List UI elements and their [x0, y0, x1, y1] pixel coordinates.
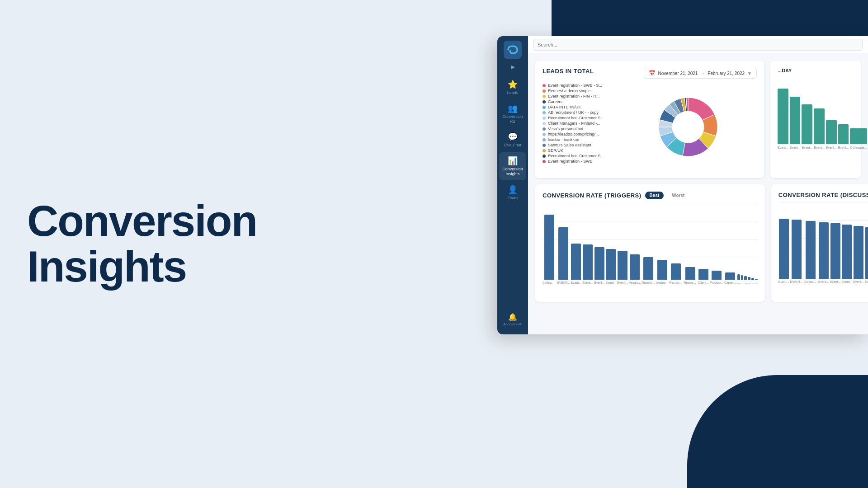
bar-group: Career...	[724, 272, 736, 284]
search-input[interactable]	[533, 39, 863, 51]
bar-label: ...	[751, 281, 754, 284]
bar-label: ...	[755, 281, 758, 284]
legend-label: Event registration - SWE - S...	[548, 83, 602, 88]
bar	[657, 260, 667, 280]
bar-label: Client...	[698, 281, 709, 284]
bar-mini-label: Event...	[778, 146, 788, 149]
legend-item: AE recruitment / UK - - copy	[542, 110, 615, 115]
sidebar-item-live-chat[interactable]: 💬 Live Chat	[499, 128, 526, 151]
legend-item: Recruitment bot -Customer S...	[542, 154, 615, 158]
bar-label: ...	[741, 281, 744, 284]
grid-line	[542, 203, 758, 203]
bar-group: ...	[751, 278, 754, 284]
legend-dot	[542, 117, 546, 120]
top-bar	[528, 36, 868, 53]
leads-body: Event registration - SWE - S... Request …	[542, 83, 757, 171]
legend-dot	[542, 106, 546, 109]
leads-per-day-card: ...DAY Event... Event... Event... Event.…	[770, 61, 861, 178]
bar-group: ...	[744, 276, 747, 284]
bar-label: Event...	[865, 280, 868, 283]
legend-label: Recruitment bot -Customer S...	[548, 154, 604, 158]
legend-label: Client Managers - Finland -...	[548, 121, 600, 126]
bar-group: Event...	[830, 223, 841, 283]
hero-title: Conversion Insights	[27, 198, 257, 290]
bar	[712, 271, 722, 280]
legend-dot	[542, 95, 546, 98]
bar	[606, 249, 616, 280]
bar-mini	[802, 104, 812, 144]
legend-label: Recruitment bot -Customer S...	[548, 116, 604, 120]
legend-dot	[542, 149, 546, 152]
bar	[558, 227, 568, 280]
bar	[806, 221, 816, 279]
bar-mini-label: Event...	[838, 146, 849, 149]
donut-chart	[654, 93, 722, 161]
bar	[594, 247, 604, 280]
bar-label: Event...	[841, 280, 852, 283]
bar-group-mini: Event...	[838, 124, 849, 149]
bar	[741, 275, 744, 280]
bar-group: Recruitm...	[669, 263, 683, 284]
conversion-discuss-card: CONVERSION RATE (DISCUSS... Event... EVE…	[771, 184, 868, 302]
bar	[854, 226, 863, 279]
sidebar-item-team[interactable]: 👤 Team	[499, 181, 526, 204]
bar-label: Event...	[853, 280, 864, 283]
leads-card-header: LEADS IN TOTAL 📅 November 21, 2021 → Feb…	[542, 68, 757, 79]
sidebar-item-conversion-kit[interactable]: 👥 ConversionKit	[499, 100, 526, 128]
sidebar-expand-button[interactable]: ▶	[508, 62, 517, 71]
bar-group: ...	[755, 279, 758, 284]
bg-bottom-right	[687, 375, 868, 488]
sidebar-item-conversion-insights[interactable]: 📊 ConversionInsights	[499, 152, 526, 180]
bar-label: Event...	[594, 281, 605, 284]
bar-group: Event...	[594, 247, 605, 284]
legend-item: SDR/UK	[542, 148, 615, 153]
bar	[630, 254, 640, 280]
legend-item: leadoo - buukkari	[542, 137, 615, 142]
bar-group: Event...	[778, 219, 789, 283]
bar	[830, 223, 840, 279]
sidebar: ▶ ⭐ Leads 👥 ConversionKit 💬 Live Chat 📊 …	[497, 36, 528, 334]
bar	[865, 227, 868, 279]
bar-label: ...	[748, 281, 750, 284]
bar-group: Event...	[818, 222, 829, 283]
leads-legend: Event registration - SWE - S... Request …	[542, 83, 615, 171]
best-tab-button[interactable]: Best	[645, 192, 664, 199]
bar	[643, 257, 653, 280]
bar-label: Career...	[724, 281, 736, 284]
legend-dot	[542, 160, 546, 163]
date-range-picker[interactable]: 📅 November 21, 2021 → February 21, 2022 …	[644, 68, 757, 79]
bar-label: Colleague...	[542, 281, 556, 284]
sidebar-item-leads[interactable]: ⭐ Leads	[499, 76, 526, 99]
bar	[792, 220, 802, 279]
legend-dot	[542, 122, 546, 125]
bar	[571, 244, 581, 280]
legend-item: Event registration - FIN - R...	[542, 94, 615, 99]
leads-per-day-title: ...DAY	[778, 68, 854, 73]
bar-mini-label: Event...	[802, 146, 812, 149]
legend-label: Event registration - FIN - R...	[548, 94, 600, 99]
bar-label: leadoo...	[656, 281, 668, 284]
bar-group-mini: Event...	[778, 89, 788, 149]
bar	[685, 267, 695, 280]
app-logo[interactable]	[504, 41, 522, 59]
bar-group: ...	[737, 274, 740, 284]
bar-mini-label: Event...	[814, 146, 825, 149]
bar-mini	[838, 124, 849, 144]
bar	[751, 278, 754, 280]
bar-group: Event...	[606, 249, 617, 284]
leads-card-title: LEADS IN TOTAL	[542, 68, 594, 75]
bar-group: EVENT...	[557, 227, 570, 284]
legend-label: DATA INTERN/UK	[548, 105, 581, 109]
bar-group: EVENT...	[790, 220, 803, 283]
bar-label: Request a...	[684, 281, 697, 284]
legend-item: Recruitment bot -Customer S...	[542, 116, 615, 120]
top-row: LEADS IN TOTAL 📅 November 21, 2021 → Feb…	[535, 61, 861, 178]
bottom-row: CONVERSION RATE (TRIGGERS) Best Worst Co…	[535, 184, 861, 302]
chevron-down-icon: ▼	[747, 71, 752, 76]
bar-group: Recruitm...	[642, 257, 655, 284]
worst-tab-button[interactable]: Worst	[667, 192, 689, 199]
bar	[618, 251, 627, 280]
app-version-button[interactable]: 🔔 App version	[499, 309, 526, 330]
bar-label: Event...	[830, 280, 841, 283]
bar-label: Event...	[778, 280, 789, 283]
